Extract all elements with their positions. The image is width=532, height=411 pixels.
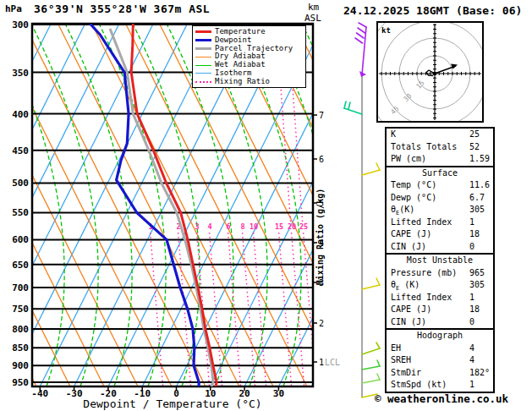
mixing-ratio-value-label: 3 [195, 222, 199, 231]
indices-label: θE (K) [391, 280, 420, 289]
wind-barb [344, 108, 362, 114]
legend-swatch [195, 47, 211, 50]
mixing-ratio-axis-title: Mixing Ratio (g/kg) [315, 189, 325, 285]
indices-label: StmDir [391, 368, 421, 377]
indices-value: 1 [469, 216, 474, 229]
indices-value: 18 [469, 304, 480, 316]
indices-row: CAPE (J)18 [387, 228, 493, 241]
lcl-label: LCL [325, 358, 340, 367]
indices-value: 0 [469, 241, 474, 254]
indices-row: SREH4 [387, 354, 493, 367]
mixing-ratio-value-label: 15 [275, 222, 283, 231]
pressure-tick-label: 550 [12, 207, 29, 218]
mixing-ratio-value-label: 20 [288, 222, 296, 231]
wind-barb [362, 170, 380, 175]
wind-barb [362, 380, 380, 383]
indices-label: CAPE (J) [391, 229, 431, 238]
indices-row: StmDir182° [387, 367, 493, 380]
indices-label: Temp (°C) [391, 180, 436, 189]
indices-row: Pressure (mb)965 [387, 267, 493, 280]
indices-value: 4 [469, 342, 474, 355]
legend-label: Mixing Ratio [215, 78, 270, 86]
indices-value: 6.7 [469, 192, 485, 205]
indices-value: 4 [469, 354, 474, 367]
hodograph-origin-marker [433, 72, 436, 75]
wind-barb [362, 348, 380, 354]
pressure-tick-label: 350 [12, 68, 29, 79]
indices-value: 305 [469, 279, 485, 292]
indices-value: 965 [469, 267, 485, 280]
indices-value: 1 [469, 292, 474, 304]
indices-value: 25 [469, 129, 480, 141]
pressure-tick-label: 450 [12, 145, 29, 156]
indices-label: EH [391, 343, 401, 353]
legend-swatch [195, 81, 211, 83]
indices-section: HodographEH4SREH4StmDir182°StmSpd (kt)1 [387, 328, 493, 392]
indices-label: CIN (J) [391, 317, 426, 326]
indices-label: Lifted Index [391, 293, 452, 302]
legend-item: Mixing Ratio [195, 78, 305, 86]
indices-section: K25Totals Totals52PW (cm)1.59 [387, 129, 493, 166]
pressure-tick-label: 300 [12, 19, 29, 30]
indices-label: PW (cm) [391, 154, 426, 163]
legend-swatch [195, 30, 211, 33]
indices-value: 1 [469, 379, 474, 392]
indices-row: CIN (J)0 [387, 241, 493, 254]
chart-legend: TemperatureDewpointParcel TrajectoryDry … [192, 25, 306, 88]
indices-value: 182° [469, 367, 490, 380]
indices-row: Lifted Index1 [387, 216, 493, 229]
wet-adiabat-line [31, 24, 98, 386]
legend-swatch [195, 65, 211, 66]
indices-tables: K25Totals Totals52PW (cm)1.59SurfaceTemp… [385, 127, 495, 393]
wet-adiabat-line [65, 24, 132, 386]
indices-row: Lifted Index1 [387, 292, 493, 304]
indices-label: K [391, 129, 396, 139]
wind-barb [357, 33, 365, 38]
mixing-ratio-value-label: 8 [240, 222, 244, 231]
indices-label: θE(K) [391, 205, 414, 214]
wind-barb [362, 366, 380, 370]
mixing-ratio-value-label: 6 [226, 222, 230, 231]
hodograph-ring-label: 15 [415, 79, 426, 90]
indices-row: CIN (J)0 [387, 316, 493, 329]
copyright: © weatheronline.co.uk [375, 392, 508, 405]
wind-barb [377, 374, 380, 380]
mixing-ratio-value-label: 25 [299, 222, 308, 231]
wet-adiabat-line [133, 24, 200, 386]
indices-label: CAPE (J) [391, 304, 431, 314]
indices-section: Most UnstablePressure (mb)965θE (K)305Li… [387, 253, 493, 328]
hodograph-unit-label: kt [381, 26, 391, 35]
indices-label: Lifted Index [391, 217, 452, 227]
pressure-tick-label: 900 [12, 360, 29, 371]
wind-barb [362, 27, 366, 74]
indices-section-header: Surface [387, 167, 493, 180]
indices-label: StmSpd (kt) [391, 380, 447, 389]
indices-value: 305 [469, 204, 485, 216]
indices-row: Totals Totals52 [387, 141, 493, 154]
indices-label: Pressure (mb) [391, 268, 457, 277]
pressure-tick-label: 400 [12, 109, 29, 120]
indices-row: K25 [387, 129, 493, 141]
x-axis-title: Dewpoint / Temperature (°C) [32, 397, 313, 410]
indices-row: EH4 [387, 342, 493, 355]
wind-barb [376, 278, 380, 285]
indices-row: CAPE (J)18 [387, 304, 493, 316]
indices-section-header: Hodograph [387, 330, 493, 342]
indices-row: θE (K)305 [387, 279, 493, 292]
pressure-tick-label: 750 [12, 304, 29, 315]
hodograph-area: 153045 [376, 21, 484, 123]
skewt-sounding-page: hPa 36°39'N 355°28'W 367m ASL km ASL 24.… [0, 0, 532, 411]
mixing-ratio-value-label: 10 [250, 222, 258, 231]
dry-adiabat-line [0, 24, 3, 386]
indices-value: 18 [469, 228, 480, 241]
wind-barb [355, 38, 363, 43]
km-tick-label: 2 [319, 319, 324, 328]
wind-barb [358, 28, 365, 33]
indices-value: 0 [469, 316, 474, 329]
wind-barb [362, 285, 380, 289]
indices-row: StmSpd (kt)1 [387, 379, 493, 392]
indices-row: θE(K)305 [387, 204, 493, 216]
indices-row: Dewp (°C)6.7 [387, 192, 493, 205]
pressure-tick-label: 650 [12, 260, 29, 271]
km-tick-label: 6 [319, 155, 324, 164]
